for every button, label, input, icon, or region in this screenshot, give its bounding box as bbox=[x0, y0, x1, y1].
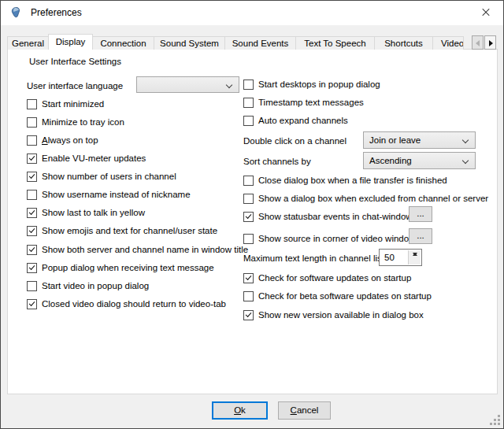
checkbox[interactable] bbox=[27, 226, 37, 236]
title-bar[interactable]: Preferences bbox=[1, 1, 503, 25]
ok-button[interactable]: Ok bbox=[212, 401, 268, 420]
checkbox-label: Check for software updates on startup bbox=[258, 273, 411, 283]
resize-grip[interactable] bbox=[498, 423, 500, 425]
language-combobox[interactable] bbox=[136, 76, 239, 93]
max-text-length-value[interactable]: 50 bbox=[384, 250, 395, 265]
max-text-length-row: Maximum text length in channel list bbox=[243, 252, 384, 264]
app-icon bbox=[9, 6, 22, 19]
checkbox-row[interactable]: Show last to talk in yellow bbox=[27, 206, 145, 219]
statusbar-events-row[interactable]: Show statusbar events in chat-window bbox=[243, 210, 413, 223]
checkbox-label: Start video in popup dialog bbox=[42, 281, 149, 290]
checkbox-label: Show number of users in channel bbox=[42, 172, 176, 181]
checkbox-label: Close dialog box when a file transfer is… bbox=[258, 176, 447, 185]
checkbox[interactable] bbox=[243, 98, 254, 108]
statusbar-events-more-button[interactable]: ... bbox=[409, 206, 432, 222]
checkbox-row[interactable]: Minimize to tray icon bbox=[27, 116, 124, 128]
close-button[interactable] bbox=[468, 1, 503, 24]
checkbox-row[interactable]: Check for software updates on startup bbox=[243, 272, 411, 284]
tab-sound-events[interactable]: Sound Events bbox=[224, 36, 296, 50]
checkbox[interactable] bbox=[243, 194, 254, 204]
tab-sound-system[interactable]: Sound System bbox=[154, 36, 225, 50]
checkbox-label: Popup dialog when receiving text message bbox=[42, 263, 214, 272]
checkbox-label: Start minimized bbox=[42, 99, 104, 109]
cancel-button[interactable]: Cancel bbox=[278, 401, 331, 420]
checkbox[interactable] bbox=[243, 80, 254, 90]
checkbox[interactable] bbox=[243, 116, 254, 126]
checkbox[interactable] bbox=[27, 135, 37, 146]
checkbox[interactable] bbox=[27, 208, 37, 218]
checkbox[interactable] bbox=[243, 234, 254, 244]
checkbox-label: Show both server and channel name in win… bbox=[42, 245, 248, 254]
checkbox-row[interactable]: Timestamp text messages bbox=[243, 96, 364, 109]
tab-text-to-speech[interactable]: Text To Speech bbox=[295, 36, 375, 50]
chevron-down-icon bbox=[226, 82, 232, 88]
checkbox-label: Always on top bbox=[42, 135, 98, 145]
checkbox[interactable] bbox=[27, 263, 37, 273]
max-text-length-label: Maximum text length in channel list bbox=[243, 253, 384, 263]
group-title: User Interface Settings bbox=[27, 57, 124, 66]
max-text-length-spinbox[interactable]: 50 bbox=[379, 249, 422, 266]
checkbox-row[interactable]: Always on top bbox=[27, 134, 98, 146]
checkbox-row[interactable]: Start video in popup dialog bbox=[27, 279, 149, 292]
checkbox[interactable] bbox=[27, 190, 37, 200]
checkbox-label: Auto expand channels bbox=[258, 116, 348, 125]
spin-buttons bbox=[408, 250, 421, 264]
tab-scroll-right-button[interactable] bbox=[484, 35, 496, 50]
spin-down-icon bbox=[413, 253, 417, 256]
checkbox[interactable] bbox=[243, 273, 254, 283]
checkmark-icon bbox=[246, 311, 252, 317]
checkbox[interactable] bbox=[27, 99, 37, 109]
checkbox[interactable] bbox=[27, 245, 37, 255]
checkbox[interactable] bbox=[27, 172, 37, 182]
checkbox[interactable] bbox=[27, 281, 37, 291]
checkbox-label: Check for beta software updates on start… bbox=[258, 291, 432, 301]
checkmark-icon bbox=[246, 274, 252, 280]
checkbox-label: Show statusbar events in chat-window bbox=[258, 212, 413, 221]
sort-channels-combobox[interactable]: Ascending bbox=[363, 152, 476, 169]
video-source-more-button[interactable]: ... bbox=[409, 228, 432, 244]
double-click-row: Double click on a channel bbox=[243, 135, 346, 147]
checkbox-row[interactable]: Show new version available in dialog box bbox=[243, 309, 424, 321]
checkbox[interactable] bbox=[243, 310, 254, 320]
checkmark-icon bbox=[29, 172, 35, 179]
checkbox-label: Show last to talk in yellow bbox=[42, 208, 145, 217]
checkmark-icon bbox=[29, 300, 35, 306]
checkbox-row[interactable]: Show number of users in channel bbox=[27, 170, 176, 183]
checkmark-icon bbox=[29, 246, 35, 252]
checkbox-label: Show source in corner of video window bbox=[258, 234, 415, 243]
checkbox[interactable] bbox=[243, 212, 254, 222]
checkbox-row[interactable]: Popup dialog when receiving text message bbox=[27, 261, 214, 274]
chevron-down-icon bbox=[462, 157, 469, 164]
checkmark-icon bbox=[29, 154, 35, 161]
checkbox-row[interactable]: Show emojis and text for channel/user st… bbox=[27, 224, 217, 237]
checkbox-row[interactable]: Start desktops in popup dialog bbox=[243, 78, 380, 91]
tab-general[interactable]: General bbox=[7, 36, 49, 50]
checkbox-label: Show a dialog box when excluded from cha… bbox=[258, 194, 488, 203]
checkbox[interactable] bbox=[243, 176, 254, 186]
checkbox[interactable] bbox=[27, 299, 37, 309]
tab-display[interactable]: Display bbox=[48, 34, 93, 50]
checkbox[interactable] bbox=[27, 117, 37, 128]
checkbox-row[interactable]: Start minimized bbox=[27, 98, 104, 110]
tab-shortcuts[interactable]: Shortcuts bbox=[374, 36, 433, 50]
checkbox-row[interactable]: Enable VU-meter updates bbox=[27, 152, 146, 165]
tab-connection[interactable]: Connection bbox=[92, 36, 154, 50]
video-source-row[interactable]: Show source in corner of video window bbox=[243, 232, 415, 245]
checkbox-row[interactable]: Close dialog box when a file transfer is… bbox=[243, 174, 447, 187]
checkbox-row[interactable]: Show username instead of nickname bbox=[27, 188, 191, 201]
checkbox-row[interactable]: Auto expand channels bbox=[243, 114, 348, 127]
checkbox-row[interactable]: Closed video dialog should return to vid… bbox=[27, 298, 226, 310]
checkbox-row[interactable]: Show both server and channel name in win… bbox=[27, 243, 248, 256]
checkbox-row[interactable]: Check for beta software updates on start… bbox=[243, 290, 432, 302]
checkmark-icon bbox=[246, 213, 252, 219]
tab-bar: General Display Connection Sound System … bbox=[7, 34, 464, 50]
checkbox-label: Minimize to tray icon bbox=[42, 117, 124, 127]
checkbox[interactable] bbox=[243, 291, 254, 301]
checkbox-label: Show username instead of nickname bbox=[42, 190, 191, 199]
tab-scroll-left-button[interactable] bbox=[472, 35, 484, 50]
double-click-combobox[interactable]: Join or leave bbox=[363, 131, 476, 149]
checkbox-row[interactable]: Show a dialog box when excluded from cha… bbox=[243, 192, 488, 205]
double-click-value: Join or leave bbox=[369, 132, 421, 148]
tab-video[interactable]: Video bbox=[432, 36, 464, 50]
checkbox[interactable] bbox=[27, 153, 37, 164]
